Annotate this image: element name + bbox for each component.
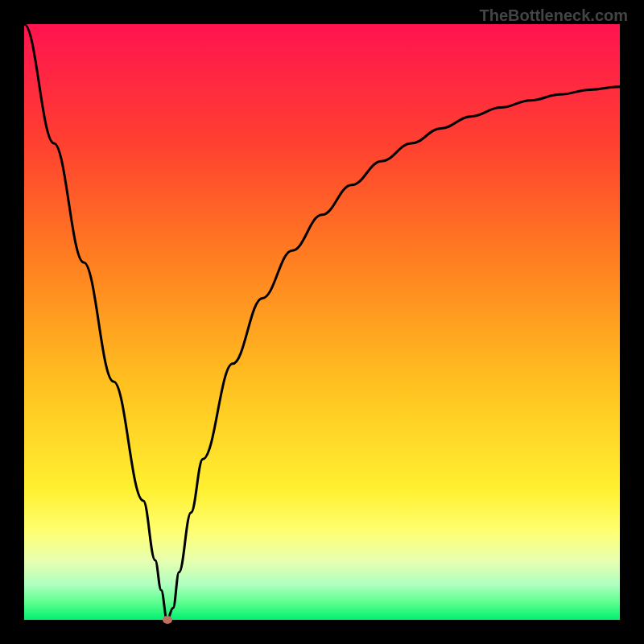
watermark-label: TheBottleneck.com [480,6,628,25]
curve-line [24,24,620,620]
plot-area [24,24,620,620]
optimal-point-marker [163,616,172,624]
